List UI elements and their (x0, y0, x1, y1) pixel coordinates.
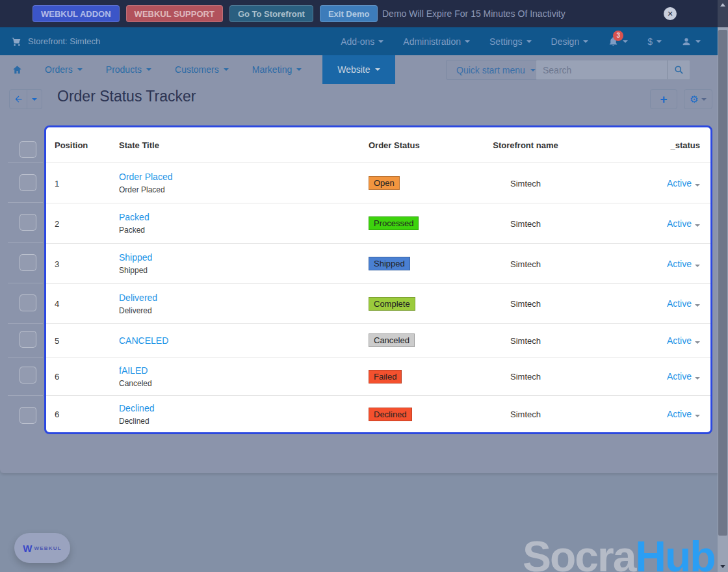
status-dropdown[interactable]: Active (667, 409, 692, 419)
status-dropdown[interactable]: Active (667, 298, 692, 309)
column-header-order-status[interactable]: Order Status (369, 140, 491, 150)
chevron-down-icon (656, 40, 662, 43)
close-icon[interactable]: ✕ (664, 7, 677, 20)
chevron-down-icon (695, 224, 700, 227)
currency-menu[interactable]: $ (647, 36, 662, 47)
position-value: 6 (55, 372, 59, 382)
nav-item-administration[interactable]: Administration (403, 36, 470, 47)
nav-item-settings[interactable]: Settings (489, 36, 532, 47)
row-checkbox[interactable] (20, 214, 36, 231)
webkul-addon-button[interactable]: WEBKUL ADDON (32, 5, 120, 22)
scroll-up-arrow-icon[interactable] (720, 3, 725, 6)
row-checkbox[interactable] (20, 367, 36, 384)
table-header-row: Position State Title Order Status Storef… (46, 127, 710, 162)
webkul-support-button[interactable]: WEBKUL SUPPORT (126, 5, 223, 22)
state-title-link[interactable]: fAILED (119, 365, 369, 376)
search-icon (674, 65, 684, 75)
status-badge: Processed (369, 216, 419, 230)
tab-products[interactable]: Products (94, 55, 163, 84)
webkul-logo-text: WEBKUL (34, 545, 61, 551)
table-row: 3 Shipped Shipped Shipped Simtech Active (46, 243, 710, 283)
storefront-name: Simtech (510, 219, 541, 229)
status-dropdown[interactable]: Active (667, 371, 692, 382)
search-button[interactable] (667, 60, 690, 79)
state-subtitle: Order Placed (119, 185, 369, 194)
table-row: 6 fAILED Canceled Failed Simtech Active (46, 357, 710, 395)
chevron-down-icon (696, 40, 701, 43)
status-badge: Complete (369, 297, 415, 311)
status-dropdown[interactable]: Active (667, 218, 692, 229)
tab-marketing[interactable]: Marketing (240, 55, 313, 84)
select-all-checkbox[interactable] (20, 141, 36, 158)
state-title-link[interactable]: Order Placed (119, 172, 369, 182)
state-title-link[interactable]: Packed (119, 212, 369, 222)
notifications-menu[interactable]: 3 (608, 36, 628, 47)
state-subtitle: Shipped (119, 266, 369, 275)
row-divider (8, 283, 43, 283)
status-badge: Open (369, 176, 400, 190)
user-account-menu[interactable] (681, 36, 701, 47)
home-button[interactable] (0, 55, 33, 84)
webkul-logo-button[interactable]: W WEBKUL (14, 533, 70, 563)
column-header-status[interactable]: _status (560, 140, 710, 150)
gear-menu-button[interactable]: ⚙ (684, 89, 712, 109)
cart-icon (12, 36, 22, 47)
row-checkbox[interactable] (20, 174, 36, 191)
table-row: 6 Declined Declined Declined Simtech Act… (46, 395, 710, 432)
nav-item-design[interactable]: Design (551, 36, 589, 47)
scrollbar[interactable] (718, 0, 728, 572)
storefront-name: Simtech (510, 179, 541, 188)
tab-customers[interactable]: Customers (163, 55, 240, 84)
position-value: 6 (55, 410, 59, 419)
main-nav-right: Add-ons Administration Settings Design 3… (341, 27, 701, 55)
tab-orders[interactable]: Orders (33, 55, 94, 84)
back-button[interactable] (9, 89, 27, 109)
chevron-down-icon (701, 98, 707, 101)
state-title-link[interactable]: Delivered (119, 292, 369, 303)
column-header-storefront[interactable]: Storefront name (491, 140, 560, 150)
column-header-position[interactable]: Position (46, 140, 119, 150)
go-to-storefront-button[interactable]: Go To Storefront (229, 5, 313, 22)
chevron-down-icon (695, 304, 700, 307)
back-dropdown-button[interactable] (27, 89, 42, 109)
status-dropdown[interactable]: Active (667, 335, 692, 346)
scroll-down-arrow-icon[interactable] (720, 565, 725, 568)
admin-subnav: Orders Products Customers Marketing Webs… (0, 55, 728, 84)
status-dropdown[interactable]: Active (667, 178, 692, 188)
chevron-down-icon (695, 265, 700, 267)
row-checkbox[interactable] (20, 407, 36, 424)
status-dropdown[interactable]: Active (667, 259, 692, 269)
chevron-down-icon (695, 184, 700, 187)
gear-icon: ⚙ (690, 94, 698, 105)
search-input[interactable] (536, 60, 667, 79)
chevron-down-icon (526, 40, 532, 43)
back-button-group (9, 89, 42, 109)
row-divider (8, 162, 43, 163)
add-status-button[interactable]: + (650, 89, 677, 109)
state-subtitle: Delivered (119, 306, 369, 315)
row-divider (8, 395, 43, 396)
chevron-down-icon (296, 68, 302, 71)
quick-start-menu-button[interactable]: Quick start menu (446, 60, 546, 80)
row-checkbox[interactable] (20, 294, 36, 311)
nav-item-addons[interactable]: Add-ons (341, 36, 384, 47)
state-subtitle: Canceled (119, 379, 369, 388)
position-value: 3 (55, 259, 59, 269)
chevron-down-icon (695, 377, 700, 380)
table-row: 4 Delivered Delivered Complete Simtech A… (46, 283, 710, 323)
row-checkbox[interactable] (20, 331, 36, 348)
column-header-state-title[interactable]: State Title (119, 140, 369, 150)
state-title-link[interactable]: Declined (119, 403, 369, 413)
exit-demo-button[interactable]: Exit Demo (320, 5, 378, 22)
state-title-link[interactable]: Shipped (119, 252, 369, 263)
search-bar (536, 60, 690, 80)
scrollbar-thumb[interactable] (718, 30, 727, 536)
chevron-down-icon (695, 341, 700, 344)
row-checkbox[interactable] (20, 254, 36, 271)
table-row: 5 CANCELED Canceled Simtech Active (46, 323, 710, 357)
state-title-link[interactable]: CANCELED (119, 335, 369, 346)
tab-website[interactable]: Website (322, 55, 395, 84)
storefront-link[interactable]: Storefront: Simtech (12, 27, 100, 55)
webkul-logo-icon: W (23, 543, 32, 554)
state-subtitle: Packed (119, 226, 369, 235)
